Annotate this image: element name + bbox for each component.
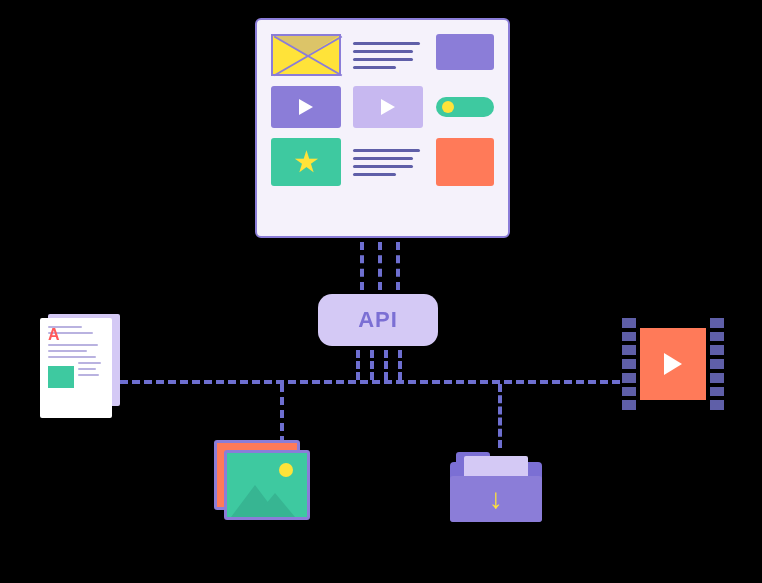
document-node: A xyxy=(40,318,112,418)
connector xyxy=(370,350,374,380)
video-thumbnail-icon xyxy=(271,86,341,128)
text-lines xyxy=(353,138,424,186)
webpage-node: ★ xyxy=(255,18,510,238)
film-sprocket-icon xyxy=(710,318,724,410)
connector xyxy=(360,242,364,290)
document-letter-icon: A xyxy=(48,326,60,344)
connector xyxy=(120,380,620,384)
star-tile-icon: ★ xyxy=(271,138,341,186)
inline-image-icon xyxy=(48,366,74,388)
text-lines xyxy=(353,34,424,76)
connector xyxy=(280,384,284,444)
connector xyxy=(378,242,382,290)
folder-node: ↓ xyxy=(450,452,542,522)
api-label: API xyxy=(358,307,398,333)
envelope-icon xyxy=(271,34,341,76)
mountain-icon xyxy=(255,493,295,517)
video-thumbnail-icon xyxy=(353,86,423,128)
download-icon: ↓ xyxy=(489,483,503,515)
api-architecture-diagram: ★ API A xyxy=(0,0,762,583)
connector xyxy=(396,242,400,290)
film-video-node xyxy=(622,318,724,410)
connector xyxy=(398,350,402,380)
connector xyxy=(498,384,502,448)
play-icon xyxy=(664,353,682,375)
orange-block-icon xyxy=(436,138,494,186)
images-node xyxy=(224,450,310,520)
film-frame-icon xyxy=(640,328,706,400)
film-sprocket-icon xyxy=(622,318,636,410)
connector xyxy=(356,350,360,380)
purple-block-icon xyxy=(436,34,494,70)
toggle-icon xyxy=(436,97,494,117)
sun-icon xyxy=(279,463,293,477)
api-hub: API xyxy=(318,294,438,346)
connector xyxy=(384,350,388,380)
